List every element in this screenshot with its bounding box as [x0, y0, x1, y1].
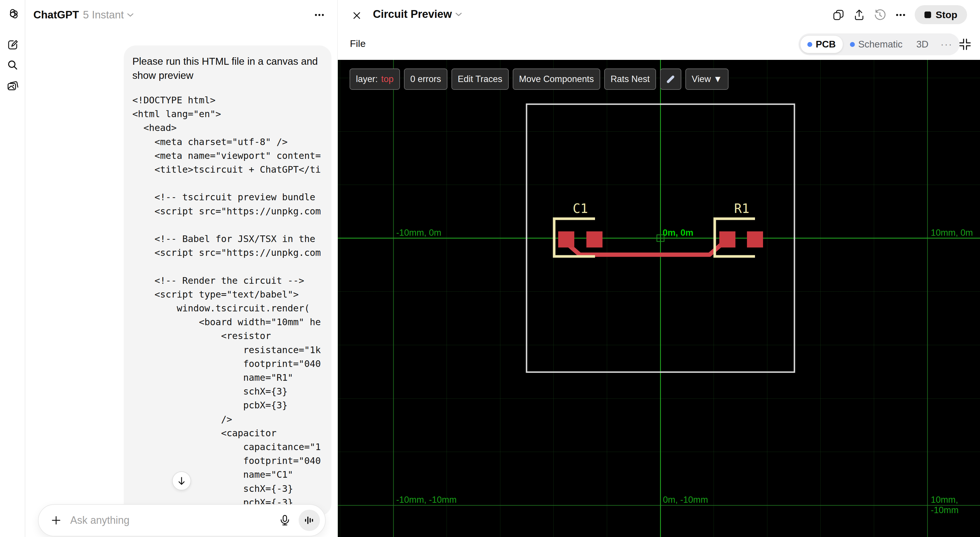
edit-tool-button[interactable] [660, 69, 681, 90]
tabs-more-button[interactable]: ··· [935, 39, 958, 50]
r1-label: R1 [734, 201, 749, 216]
chevron-down-icon[interactable] [127, 13, 134, 18]
tab-pcb-label: PCB [816, 39, 836, 50]
pcb-drawing: C1 R1 [338, 60, 980, 537]
attach-plus-icon[interactable] [51, 515, 62, 526]
user-message-code: <!DOCTYPE html> <html lang="en"> <head> … [132, 93, 331, 516]
layer-value: top [381, 74, 394, 84]
chat-model-label[interactable]: 5 Instant [83, 9, 124, 21]
scroll-to-bottom-button[interactable] [172, 472, 191, 491]
history-icon[interactable] [872, 7, 888, 23]
coord-label: -10mm, 0m [396, 228, 441, 238]
c1-pad-1[interactable] [558, 231, 574, 247]
more-options-icon[interactable] [892, 7, 908, 23]
search-icon[interactable] [6, 59, 19, 72]
share-icon[interactable] [851, 7, 867, 23]
pcb-toolbar: layer: top 0 errors Edit Traces Move Com… [350, 69, 729, 90]
tab-3d[interactable]: 3D [910, 36, 935, 53]
canvas-preview-panel: Circuit Preview [337, 0, 980, 537]
waveform-icon [304, 515, 315, 526]
new-chat-icon[interactable] [6, 38, 19, 51]
c1-label: C1 [573, 201, 588, 216]
composer-input[interactable]: Ask anything [70, 514, 278, 526]
stop-button[interactable]: Stop [915, 5, 967, 24]
voice-mode-button[interactable] [299, 510, 320, 531]
layer-selector-button[interactable]: layer: top [350, 69, 400, 90]
layer-label: layer: [356, 74, 378, 84]
copy-icon[interactable] [830, 7, 846, 23]
preview-title[interactable]: Circuit Preview [373, 8, 452, 21]
origin-coord-label: 0m, 0m [663, 228, 694, 238]
chat-app-title[interactable]: ChatGPT [33, 9, 79, 21]
coord-label: 10mm, -10mm [931, 495, 980, 515]
message-composer[interactable]: Ask anything [38, 504, 326, 536]
mini-sidebar [0, 0, 25, 537]
stop-button-label: Stop [936, 9, 958, 21]
chat-header: ChatGPT 5 Instant [25, 0, 337, 30]
tab-schematic-label: Schematic [858, 39, 903, 50]
exit-fullscreen-icon[interactable] [957, 36, 973, 53]
chat-panel: ChatGPT 5 Instant Please run this HTML f… [25, 0, 337, 537]
preview-header: Circuit Preview [338, 0, 980, 32]
coord-label: -10mm, -10mm [396, 495, 457, 505]
openai-logo-icon [6, 8, 19, 21]
preview-title-chevron-icon[interactable] [455, 12, 462, 17]
coord-label: 10mm, 0m [931, 228, 973, 238]
arrow-down-icon [177, 476, 186, 486]
r1-pad-1[interactable] [719, 231, 735, 247]
move-components-button[interactable]: Move Components [513, 69, 600, 90]
r1-pad-2[interactable] [747, 231, 763, 247]
file-menu[interactable]: File [350, 38, 366, 49]
chat-more-options-icon[interactable] [313, 10, 326, 20]
user-message-text: Please run this HTML file in a canvas an… [132, 54, 322, 82]
mic-icon[interactable] [278, 514, 291, 527]
tab-schematic[interactable]: Schematic [843, 36, 910, 53]
tab-3d-label: 3D [916, 39, 929, 50]
close-icon[interactable] [350, 9, 364, 22]
rats-nest-button[interactable]: Rats Nest [604, 69, 656, 90]
coord-label: 0m, -10mm [663, 495, 708, 505]
schematic-status-dot [850, 42, 855, 47]
pcb-canvas[interactable]: C1 R1 -10mm, 0m 0m, 0m 10mm, 0m -10mm, -… [338, 60, 980, 537]
pencil-icon [665, 74, 676, 84]
view-mode-tabs: PCB Schematic 3D ··· [799, 33, 959, 55]
edit-traces-button[interactable]: Edit Traces [452, 69, 509, 90]
stop-square-icon [924, 11, 931, 18]
c1-pad-2[interactable] [586, 231, 603, 247]
view-dropdown-button[interactable]: View ▼ [686, 69, 729, 90]
user-message-bubble: Please run this HTML file in a canvas an… [124, 45, 331, 516]
errors-button[interactable]: 0 errors [404, 69, 447, 90]
pcb-status-dot [807, 42, 812, 47]
tab-pcb[interactable]: PCB [800, 35, 843, 53]
app-window: ChatGPT 5 Instant Please run this HTML f… [0, 0, 980, 537]
library-icon[interactable] [6, 80, 19, 92]
